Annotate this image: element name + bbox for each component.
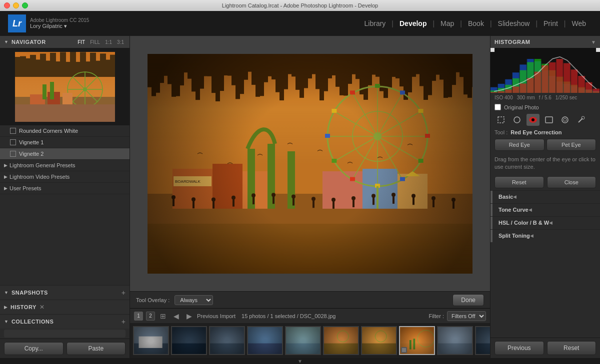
preset-rounded-corners-white[interactable]: Rounded Corners White — [0, 125, 130, 136]
titlebar: Lightroom Catalog.lrcat - Adobe Photosho… — [0, 0, 600, 11]
tool-value: Red Eye Correction — [510, 129, 562, 135]
content: ▼ Navigator FIT FILL 1:1 3:1 — [0, 36, 600, 358]
preset-group-video-header[interactable]: ▶ Lightroom Video Presets — [0, 171, 130, 182]
preset-group-general-header[interactable]: ▶ Lightroom General Presets — [0, 160, 130, 171]
snapshots-header[interactable]: ▼ Snapshots + — [0, 286, 130, 300]
split-toning-section-header[interactable]: Split Toning ◀ — [490, 229, 600, 242]
nav-print[interactable]: Print — [538, 17, 564, 29]
thumb-badge — [401, 347, 407, 353]
right-sections: Basic ◀ Tone Curve ◀ HSL / Color / B & W… — [490, 190, 600, 338]
thumb-9[interactable] — [437, 326, 473, 355]
app-name: Adobe Lightroom CC 2015 — [30, 17, 89, 23]
center-panel: Tool Overlay : Always Never Auto Selecte… — [130, 36, 490, 358]
history-label: History — [10, 304, 36, 310]
red-eye-button[interactable] — [526, 114, 540, 126]
preset-group-video: ▶ Lightroom Video Presets — [0, 171, 130, 183]
zoom-3-1[interactable]: 3:1 — [116, 39, 126, 45]
tone-curve-section-header[interactable]: Tone Curve ◀ — [490, 203, 600, 216]
preset-group-user-header[interactable]: ▶ User Presets — [0, 183, 130, 194]
navigator-header[interactable]: ▼ Navigator FIT FILL 1:1 3:1 — [0, 36, 130, 48]
section-strip — [490, 204, 492, 216]
aperture-value: f / 5.6 — [539, 95, 552, 100]
histogram-section: Histogram ▼ ISO 400 300 mm f / 5.6 1/250… — [490, 36, 600, 112]
thumb-7[interactable] — [361, 326, 397, 355]
nav-links: Library | Develop | Map | Book | Slidesh… — [358, 17, 592, 29]
filmstrip-next-button[interactable]: ▶ — [184, 311, 194, 321]
history-header[interactable]: ▶ History ✕ — [0, 300, 130, 314]
collections-header[interactable]: ▼ Collections + — [0, 315, 130, 329]
collections-add-button[interactable]: + — [122, 318, 126, 326]
copy-button[interactable]: Copy... — [4, 342, 64, 355]
nav-map[interactable]: Map — [434, 17, 460, 29]
main-canvas — [148, 54, 472, 274]
close-button[interactable] — [4, 2, 10, 8]
main-image-area — [130, 36, 490, 291]
graduated-filter-button[interactable] — [542, 114, 556, 126]
tool-overlay-label: Tool Overlay : — [136, 297, 170, 303]
right-bottom-buttons: Previous Reset — [490, 338, 600, 358]
snapshots-add-button[interactable]: + — [122, 289, 126, 297]
nav-slideshow[interactable]: Slideshow — [492, 17, 536, 29]
thumb-6[interactable] — [323, 326, 359, 355]
develop-reset-button[interactable]: Reset — [494, 176, 544, 188]
thumb-8-selected[interactable] — [399, 326, 435, 355]
nav-develop[interactable]: Develop — [394, 17, 432, 29]
preset-group-vignette1: Vignette 1 — [0, 137, 130, 148]
photo-count: 15 photos / 1 selected / DSC_0028.jpg — [242, 313, 336, 319]
minimize-button[interactable] — [13, 2, 19, 8]
nav-library[interactable]: Library — [358, 17, 392, 29]
filmstrip-grid-button[interactable]: ⊞ — [158, 311, 168, 321]
paste-button[interactable]: Paste — [66, 342, 126, 355]
thumb-4[interactable] — [247, 326, 283, 355]
thumb-2[interactable] — [171, 326, 207, 355]
filter-select[interactable]: Filters Off — [447, 311, 486, 321]
history-section: ▶ History ✕ — [0, 300, 130, 314]
bottom-chevron[interactable]: ▼ — [0, 358, 600, 364]
reset-close-row: Reset Close — [490, 174, 600, 190]
hsl-section-header[interactable]: HSL / Color / B & W ◀ — [490, 216, 600, 229]
maximize-button[interactable] — [22, 2, 28, 8]
svg-rect-0 — [402, 348, 406, 352]
filmstrip-prev-button[interactable]: ◀ — [171, 311, 181, 321]
basic-section-header[interactable]: Basic ◀ — [490, 190, 600, 203]
filmstrip-thumbs — [130, 323, 490, 358]
navigator-controls: FIT FILL 1:1 3:1 — [76, 39, 126, 45]
filmstrip-num-2[interactable]: 2 — [146, 312, 155, 321]
thumb-5[interactable] — [285, 326, 321, 355]
svg-point-4 — [562, 117, 568, 123]
develop-close-button[interactable]: Close — [547, 176, 596, 188]
adjustment-brush-button[interactable] — [574, 114, 588, 126]
preset-vignette-2[interactable]: Vignette 2 — [0, 148, 130, 159]
previous-button[interactable]: Previous — [494, 341, 544, 355]
navigator-title: Navigator — [12, 39, 46, 45]
snapshots-section: ▼ Snapshots + — [0, 285, 130, 300]
crop-tool-button[interactable] — [494, 114, 508, 126]
spot-removal-button[interactable] — [510, 114, 524, 126]
filmstrip-num-1[interactable]: 1 — [134, 312, 143, 321]
zoom-fit[interactable]: FIT — [76, 39, 86, 45]
filter-label: Filter : — [428, 313, 444, 319]
history-close-button[interactable]: ✕ — [40, 304, 44, 311]
histogram-header[interactable]: Histogram ▼ — [490, 36, 600, 48]
reset-button[interactable]: Reset — [547, 341, 596, 355]
nav-book[interactable]: Book — [462, 17, 490, 29]
lr-logo: Lr — [8, 14, 26, 32]
filmstrip-controls: 1 2 ⊞ ◀ ▶ Previous Import 15 photos / 1 … — [130, 308, 490, 323]
thumb-3[interactable] — [209, 326, 245, 355]
thumb-1[interactable] — [133, 326, 169, 355]
original-photo-checkbox[interactable] — [494, 104, 501, 110]
histogram-title: Histogram — [494, 39, 530, 45]
preset-vignette-1[interactable]: Vignette 1 — [0, 137, 130, 148]
navigator-thumbnail[interactable] — [0, 48, 130, 125]
done-button[interactable]: Done — [452, 294, 484, 306]
zoom-1-1[interactable]: 1:1 — [104, 39, 114, 45]
nav-web[interactable]: Web — [566, 17, 592, 29]
red-eye-correction-button[interactable]: Red Eye — [494, 139, 544, 151]
radial-filter-button[interactable] — [558, 114, 572, 126]
pet-eye-button[interactable]: Pet Eye — [546, 139, 596, 151]
zoom-fill[interactable]: FILL — [88, 39, 102, 45]
thumb-10[interactable] — [475, 326, 490, 355]
left-panel: ▼ Navigator FIT FILL 1:1 3:1 — [0, 36, 130, 358]
original-photo-label: Original Photo — [504, 104, 539, 110]
tool-overlay-select[interactable]: Always Never Auto Selected — [174, 295, 213, 305]
